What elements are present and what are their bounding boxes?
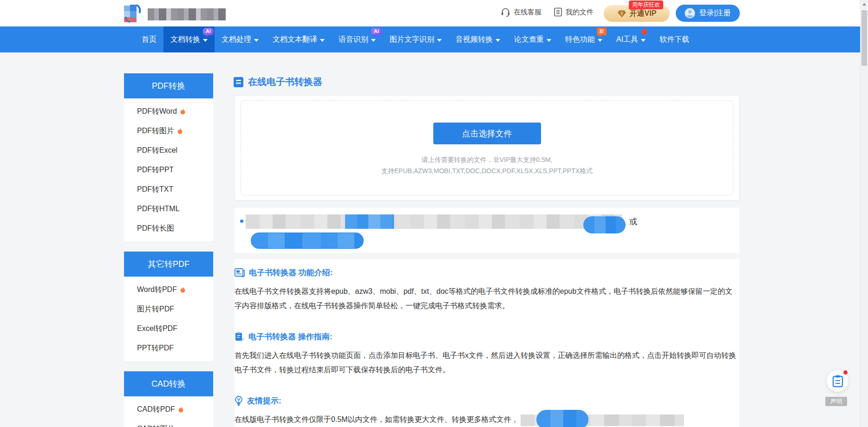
sidebar-item-pdf-to-excel[interactable]: PDF转Excel [124, 141, 213, 160]
statement-float-button[interactable] [827, 370, 848, 392]
statement-label[interactable]: 声明 [825, 397, 847, 406]
nav-label: 首页 [142, 35, 157, 45]
login-register-label: 登录|注册 [699, 8, 731, 18]
page-title-row: 在线电子书转换器 [234, 76, 322, 88]
fire-icon [180, 286, 186, 293]
vip-diamond-icon [617, 10, 627, 18]
nav-label: 特色功能 [565, 35, 595, 45]
sidebar-item-pdf-to-html[interactable]: PDF转HTML [124, 199, 213, 219]
upload-hint-line1: 请上传需要转换的文件，非VIP最大支持0.5M, [235, 156, 739, 164]
redacted-button[interactable] [536, 410, 588, 427]
fire-icon [640, 27, 648, 35]
sidebar-item-word-to-pdf[interactable]: Word转PDF [124, 280, 213, 299]
chevron-down-icon [320, 39, 325, 42]
chevron-down-icon [371, 39, 376, 42]
sidebar-item-pdf-to-txt[interactable]: PDF转TXT [124, 180, 213, 199]
upload-panel: 点击选择文件 请上传需要转换的文件，非VIP最大支持0.5M, 支持EPUB,A… [235, 95, 739, 201]
choose-file-button[interactable]: 点击选择文件 [433, 123, 541, 144]
section-feature-intro: 电子书转换器 功能介绍: 在线电子书文件转换器支持将epub、azw3、mobi… [235, 267, 738, 313]
fire-icon [177, 128, 183, 135]
chevron-down-icon [641, 39, 646, 42]
nav-item-special-features[interactable]: 新 特色功能 [558, 26, 609, 52]
anniversary-badge: 周年庆狂欢 [629, 0, 663, 9]
section-title: 友情提示: [247, 395, 281, 406]
new-badge: 新 [597, 28, 607, 35]
chevron-down-icon [496, 39, 500, 42]
fire-icon [180, 108, 186, 115]
clipboard-icon [832, 375, 844, 388]
scrollbar-thumb[interactable] [861, 10, 867, 66]
sidebar-item-pdf-to-longimage[interactable]: PDF转长图 [124, 219, 213, 238]
inline-redacted-area [521, 413, 684, 427]
sidebar-item-label: PDF转Excel [137, 146, 177, 155]
sidebar-item-pdf-to-word[interactable]: PDF转Word [124, 102, 213, 121]
my-files-link[interactable]: 我的文件 [554, 7, 594, 17]
logo-text-redacted [148, 8, 226, 20]
nav-item-ai-tools[interactable]: AI工具 [609, 26, 653, 52]
section-title: 电子书转换器 操作指南: [248, 331, 332, 342]
sidebar-item-image-to-pdf[interactable]: 图片转PDF [124, 299, 213, 319]
nav-item-av-convert[interactable]: 音视频转换 [449, 26, 507, 52]
sidebar-item-label: 图片转PDF [137, 304, 174, 314]
main-nav: 首页 AI 文档转换 文档处理 文档文本翻译 AI 语音识别 图片文字识别 音视… [0, 26, 868, 52]
sidebar-item-label: Word转PDF [137, 285, 177, 295]
sidebar-group-header[interactable]: PDF转换 [124, 73, 213, 98]
sidebar-item-pdf-to-image[interactable]: PDF转图片 [124, 121, 213, 141]
nav-item-image-ocr[interactable]: 图片文字识别 [383, 26, 449, 52]
nav-item-home[interactable]: 首页 [135, 26, 163, 52]
sidebar: PDF转换 PDF转Word PDF转图片 PDF转Excel PDF转PPT [124, 73, 213, 427]
scrollbar-track[interactable] [860, 0, 868, 427]
site-logo[interactable] [123, 4, 226, 23]
my-files-label: 我的文件 [566, 8, 594, 17]
sidebar-item-cad-to-image[interactable]: CAD转图片 [124, 419, 213, 427]
nav-label: 语音识别 [339, 35, 368, 45]
sidebar-list: CAD转PDF CAD转图片 [124, 396, 213, 427]
online-service-label: 在线客服 [514, 8, 542, 17]
sidebar-item-label: CAD转图片 [137, 424, 175, 427]
nav-item-doc-convert[interactable]: AI 文档转换 [163, 26, 215, 52]
section-friendly-tip: 友情提示: 在线版电子书转换文件仅限于0.5M以内文件，如需转换更大文件、转换更… [235, 395, 738, 427]
ebook-doc-icon [234, 77, 243, 88]
logo-icon [123, 4, 144, 23]
sidebar-item-label: PDF转长图 [137, 224, 174, 233]
header: 在线客服 我的文件 开通VIP 周年庆狂欢 [0, 0, 868, 26]
section-body: 在线电子书文件转换器支持将epub、azw3、mobi、pdf、txt、doc等… [235, 284, 738, 313]
sidebar-group-cad-convert: CAD转换 CAD转PDF CAD转图片 [124, 371, 213, 427]
document-icon [554, 7, 562, 17]
page-root: 在线客服 我的文件 开通VIP 周年庆狂欢 [0, 0, 868, 427]
nav-item-speech-recognition[interactable]: AI 语音识别 [332, 26, 383, 52]
sidebar-group-pdf-convert: PDF转换 PDF转Word PDF转图片 PDF转Excel PDF转PPT [124, 73, 213, 241]
sidebar-item-cad-to-pdf[interactable]: CAD转PDF [124, 400, 213, 419]
page-title: 在线电子书转换器 [248, 76, 322, 88]
sidebar-group-header[interactable]: CAD转换 [124, 371, 213, 396]
sidebar-item-ppt-to-pdf[interactable]: PPT转PDF [124, 338, 213, 358]
scrollbar-up-arrow[interactable] [862, 3, 866, 6]
user-icon [685, 8, 695, 19]
newspaper-icon [235, 268, 245, 278]
upload-dropzone[interactable] [241, 100, 733, 195]
sidebar-item-label: PDF转Word [137, 107, 177, 116]
sidebar-group-header[interactable]: 其它转PDF [124, 252, 213, 277]
sidebar-item-label: Excel转PDF [137, 324, 177, 334]
sidebar-list: PDF转Word PDF转图片 PDF转Excel PDF转PPT PDF转TX… [124, 98, 213, 241]
sidebar-item-pdf-to-ppt[interactable]: PDF转PPT [124, 160, 213, 180]
section-body: 首先我们进入在线电子书转换功能页面，点击添加目标电子书、电子书x文件，然后进入转… [235, 348, 738, 377]
chevron-down-icon [437, 39, 442, 42]
sidebar-item-label: PDF转PPT [137, 165, 174, 175]
online-service-link[interactable]: 在线客服 [501, 7, 542, 17]
redacted-button-download[interactable] [251, 233, 364, 249]
chevron-down-icon [598, 39, 602, 42]
redacted-button-right[interactable] [583, 216, 626, 233]
login-register-button[interactable]: 登录|注册 [676, 5, 740, 22]
redacted-link-segment [345, 214, 394, 229]
section-title: 电子书转换器 功能介绍: [249, 267, 333, 278]
nav-item-software-download[interactable]: 软件下载 [653, 26, 696, 52]
open-vip-label: 开通VIP [630, 9, 657, 19]
nav-item-doc-translate[interactable]: 文档文本翻译 [266, 26, 332, 52]
lightbulb-icon [235, 396, 243, 406]
chevron-down-icon [547, 39, 551, 42]
sidebar-item-excel-to-pdf[interactable]: Excel转PDF [124, 319, 213, 338]
nav-item-doc-process[interactable]: 文档处理 [215, 26, 266, 52]
nav-item-paper-check[interactable]: 论文查重 [507, 26, 558, 52]
section-body: 在线版电子书转换文件仅限于0.5M以内文件，如需转换更大文件、转换更多格式文件， [235, 412, 738, 427]
